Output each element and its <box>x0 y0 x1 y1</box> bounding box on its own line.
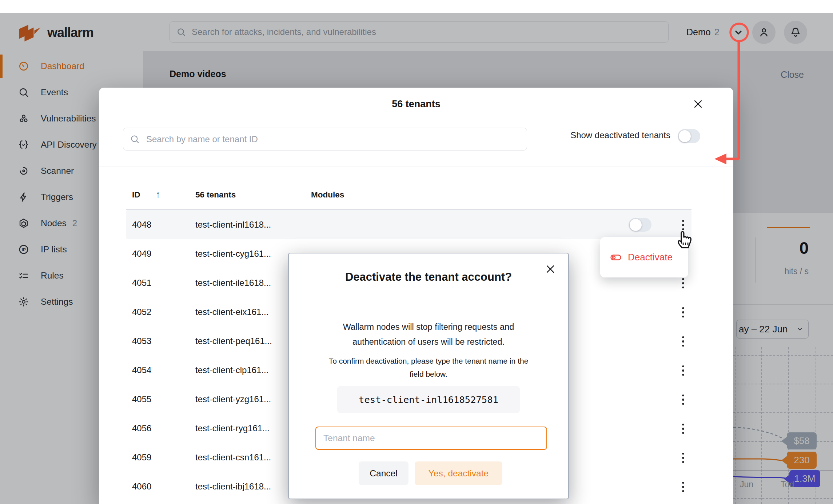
tenant-id: 4060 <box>132 472 151 501</box>
tenant-name: test-client-inl1618... <box>195 210 271 239</box>
tenant-name: test-client-ibj1618... <box>195 472 271 501</box>
tenant-name: test-client-yzg161... <box>195 385 271 414</box>
column-header-name: 56 tenants <box>195 190 236 200</box>
column-header-id[interactable]: ID <box>132 190 140 200</box>
top-strip <box>0 0 833 13</box>
deactivate-confirm-modal: Deactivate the tenant account? Wallarm n… <box>288 253 569 499</box>
row-menu-kebab-icon[interactable] <box>678 363 689 379</box>
tenant-id: 4048 <box>132 210 151 239</box>
tenant-id: 4049 <box>132 239 151 268</box>
row-menu-kebab-icon[interactable] <box>678 217 689 233</box>
row-menu-kebab-icon[interactable] <box>678 304 689 320</box>
tenant-name: test-client-csn161... <box>195 443 271 472</box>
tenant-id: 4055 <box>132 385 151 414</box>
toggle-knob <box>679 130 691 142</box>
sort-ascending-icon[interactable]: ↑ <box>156 189 160 200</box>
deactivate-toggle-icon <box>610 252 622 263</box>
divider <box>126 209 691 210</box>
cancel-button[interactable]: Cancel <box>359 461 408 485</box>
tenant-name-input[interactable] <box>315 427 547 450</box>
tenant-name: test-client-ryg161... <box>195 414 270 443</box>
confirm-modal-body: Wallarm nodes will stop filtering reques… <box>327 320 530 349</box>
tenant-id: 4051 <box>132 268 151 297</box>
row-menu-kebab-icon[interactable] <box>678 333 689 349</box>
tenant-id: 4052 <box>132 297 151 327</box>
tenants-modal-title: 56 tenants <box>99 99 733 110</box>
confirm-deactivate-button[interactable]: Yes, deactivate <box>415 461 502 485</box>
column-header-modules: Modules <box>311 190 344 200</box>
row-action-menu[interactable]: Deactivate <box>600 237 688 277</box>
wallarm-app: wallarm DashboardEventsVulnerabilitiesAP… <box>0 0 833 504</box>
close-icon[interactable] <box>691 97 705 111</box>
confirm-modal-instruction: To confirm deactivation, please type the… <box>323 355 534 381</box>
row-menu-kebab-icon[interactable] <box>678 450 689 466</box>
tenant-active-toggle[interactable] <box>629 218 651 232</box>
deactivate-menu-item[interactable]: Deactivate <box>628 252 673 263</box>
tenant-search-input[interactable] <box>146 134 527 145</box>
tenant-id: 4054 <box>132 356 151 385</box>
row-menu-kebab-icon[interactable] <box>678 275 689 291</box>
confirm-modal-title: Deactivate the tenant account? <box>289 267 568 287</box>
tenant-id: 4056 <box>132 414 151 443</box>
tenant-name: test-client-clp161... <box>195 356 268 385</box>
tenant-name: test-client-eix161... <box>195 297 268 327</box>
tenant-name: test-client-cyg161... <box>195 239 271 268</box>
tenant-search[interactable] <box>123 128 527 151</box>
tenant-name-code: test-client-inl1618527581 <box>337 386 520 413</box>
search-icon <box>130 134 140 144</box>
row-menu-kebab-icon[interactable] <box>678 392 689 408</box>
tenant-name: test-client-peq161... <box>195 327 272 356</box>
row-menu-kebab-icon[interactable] <box>678 421 689 437</box>
toggle-knob <box>630 219 642 231</box>
table-row-4048[interactable]: 4048test-client-inl1618... <box>126 210 691 239</box>
tenant-id: 4059 <box>132 443 151 472</box>
divider <box>99 167 733 167</box>
tenant-id: 4053 <box>132 327 151 356</box>
tenant-name: test-client-ile1618... <box>195 268 271 297</box>
row-menu-kebab-icon[interactable] <box>678 479 689 495</box>
show-deactivated-label: Show deactivated tenants <box>570 130 670 140</box>
show-deactivated-toggle[interactable] <box>678 129 700 143</box>
